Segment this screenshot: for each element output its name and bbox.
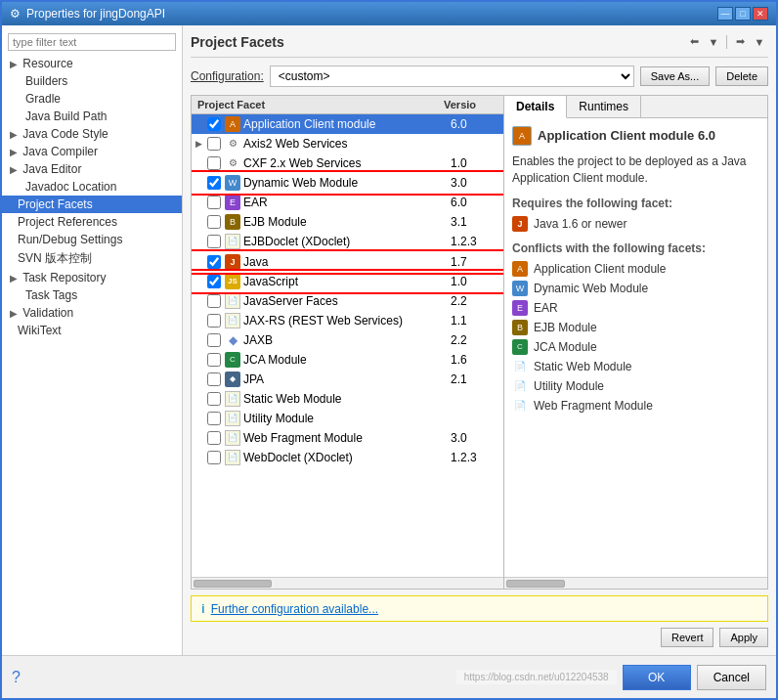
details-conflict-jca: C JCA Module: [512, 337, 759, 357]
facets-list: A Application Client module 6.0 ▶ ⚙ Axis…: [192, 114, 503, 577]
facet-version-ear: 6.0: [451, 196, 499, 209]
facet-row-ear[interactable]: E EAR 6.0: [192, 193, 503, 212]
facet-row-javascript[interactable]: JS JavaScript 1.0: [192, 272, 503, 291]
facet-checkbox-java[interactable]: [207, 255, 221, 269]
tab-details[interactable]: Details: [504, 96, 567, 118]
expand-icon: ▶: [10, 129, 18, 140]
facet-checkbox-jpa[interactable]: [207, 372, 221, 386]
facet-row-dynamic-web[interactable]: W Dynamic Web Module 3.0: [192, 173, 503, 193]
sidebar-item-project-references[interactable]: Project References: [2, 213, 182, 231]
save-as-button[interactable]: Save As...: [640, 66, 711, 86]
close-button[interactable]: ✕: [753, 7, 768, 21]
delete-button[interactable]: Delete: [715, 66, 768, 86]
facet-row-ejbdoclet[interactable]: 📄 EJBDoclet (XDoclet) 1.2.3: [192, 232, 503, 251]
facet-checkbox-jsf[interactable]: [207, 294, 221, 308]
sidebar: ▶ Resource Builders Gradle Java Build Pa…: [2, 25, 183, 655]
sidebar-item-resource[interactable]: ▶ Resource: [2, 55, 182, 72]
facet-checkbox-ejbdoclet[interactable]: [207, 235, 221, 248]
sidebar-item-project-facets[interactable]: Project Facets: [2, 196, 182, 213]
details-conflict-static-web: 📄 Static Web Module: [512, 357, 759, 376]
facet-checkbox-axis2[interactable]: [207, 137, 221, 151]
facet-row-jax-rs[interactable]: 📄 JAX-RS (REST Web Services) 1.1: [192, 311, 503, 330]
back-nav-icon[interactable]: ⬅: [685, 33, 703, 51]
facet-row-webdoclet[interactable]: 📄 WebDoclet (XDoclet) 1.2.3: [192, 448, 503, 467]
details-requires-java: J Java 1.6 or newer: [512, 214, 759, 234]
facets-scrollbar[interactable]: [192, 577, 503, 589]
facet-row-axis2[interactable]: ▶ ⚙ Axis2 Web Services: [192, 134, 503, 153]
facet-checkbox-utility[interactable]: [207, 412, 221, 425]
sidebar-item-javadoc-location[interactable]: Javadoc Location: [2, 178, 182, 196]
apply-button[interactable]: Apply: [719, 628, 768, 647]
facet-checkbox-jax-rs[interactable]: [207, 314, 221, 328]
facet-checkbox-static-web[interactable]: [207, 392, 221, 406]
details-scrollbar-thumb[interactable]: [506, 580, 565, 588]
details-conflict-dynamic-web: W Dynamic Web Module: [512, 279, 759, 298]
facet-row-jca[interactable]: C JCA Module 1.6: [192, 350, 503, 370]
facet-version-webdoclet: 1.2.3: [451, 451, 499, 464]
facet-row-cxf[interactable]: ⚙ CXF 2.x Web Services 1.0: [192, 153, 503, 173]
sidebar-item-svn[interactable]: SVN 版本控制: [2, 248, 182, 269]
maximize-button[interactable]: □: [735, 7, 751, 21]
facet-row-jaxb[interactable]: ◆ JAXB 2.2: [192, 330, 503, 350]
config-select[interactable]: <custom>: [270, 66, 634, 87]
sidebar-item-java-compiler[interactable]: ▶ Java Compiler: [2, 143, 182, 160]
facet-name-jsf: JavaServer Faces: [243, 294, 451, 308]
facet-expand-axis2[interactable]: ▶: [195, 139, 207, 149]
facet-icon-web-fragment: 📄: [225, 430, 240, 446]
facet-row-jsf[interactable]: 📄 JavaServer Faces 2.2: [192, 291, 503, 311]
info-link[interactable]: Further configuration available...: [211, 602, 378, 616]
facet-checkbox-javascript[interactable]: [207, 275, 221, 288]
details-conflict-utility: 📄 Utility Module: [512, 376, 759, 396]
details-description: Enables the project to be deployed as a …: [512, 153, 759, 187]
facet-icon-webdoclet: 📄: [225, 450, 240, 465]
bottom-bar: ? https://blog.csdn.net/u012204538 OK Ca…: [2, 655, 776, 698]
cancel-button[interactable]: Cancel: [697, 665, 766, 690]
scrollbar-thumb[interactable]: [194, 580, 272, 588]
dropdown-nav-icon[interactable]: ▼: [705, 33, 722, 51]
sidebar-item-gradle[interactable]: Gradle: [2, 90, 182, 108]
nav-icons: ⬅ ▼ ➡ ▼: [685, 33, 768, 51]
facet-name-jca: JCA Module: [243, 353, 451, 367]
window-title: Properties for jingDongAPI: [26, 7, 165, 21]
forward-nav-icon[interactable]: ➡: [731, 33, 749, 51]
sidebar-item-run-debug[interactable]: Run/Debug Settings: [2, 231, 182, 248]
facet-checkbox-web-fragment[interactable]: [207, 431, 221, 445]
facet-row-jpa[interactable]: ◆ JPA 2.1: [192, 370, 503, 389]
facet-checkbox-ejb[interactable]: [207, 215, 221, 229]
dropdown2-nav-icon[interactable]: ▼: [751, 33, 768, 51]
facet-checkbox-webdoclet[interactable]: [207, 451, 221, 464]
facet-checkbox-dynamic-web[interactable]: [207, 176, 221, 190]
sidebar-item-wikitext[interactable]: WikiText: [2, 322, 182, 339]
sidebar-item-builders[interactable]: Builders: [2, 72, 182, 90]
facet-row-app-client[interactable]: A Application Client module 6.0: [192, 114, 503, 134]
facet-checkbox-jca[interactable]: [207, 353, 221, 367]
facet-row-web-fragment[interactable]: 📄 Web Fragment Module 3.0: [192, 428, 503, 448]
facet-row-java[interactable]: J Java 1.7: [192, 252, 503, 272]
facet-checkbox-cxf[interactable]: [207, 156, 221, 170]
ok-button[interactable]: OK: [623, 665, 691, 690]
minimize-button[interactable]: —: [717, 7, 733, 21]
revert-button[interactable]: Revert: [661, 628, 713, 647]
facet-icon-cxf: ⚙: [225, 155, 240, 171]
details-scrollbar[interactable]: [504, 577, 767, 589]
facet-checkbox-app-client[interactable]: [207, 117, 221, 131]
facet-row-utility[interactable]: 📄 Utility Module: [192, 409, 503, 428]
sidebar-item-java-editor[interactable]: ▶ Java Editor: [2, 160, 182, 178]
help-icon[interactable]: ?: [12, 669, 21, 686]
details-tabs: Details Runtimes: [504, 96, 767, 118]
facet-row-ejb[interactable]: B EJB Module 3.1: [192, 212, 503, 232]
facet-checkbox-jaxb[interactable]: [207, 333, 221, 347]
sidebar-item-java-build-path[interactable]: Java Build Path: [2, 108, 182, 125]
sidebar-item-validation[interactable]: ▶ Validation: [2, 304, 182, 322]
facet-version-jca: 1.6: [451, 353, 499, 367]
details-content: A Application Client module 6.0 Enables …: [504, 118, 767, 577]
facet-row-static-web[interactable]: 📄 Static Web Module: [192, 389, 503, 409]
window-controls: — □ ✕: [717, 7, 768, 21]
facet-checkbox-ear[interactable]: [207, 196, 221, 209]
tab-runtimes[interactable]: Runtimes: [567, 96, 641, 117]
sidebar-item-task-repository[interactable]: ▶ Task Repository: [2, 269, 182, 286]
sidebar-item-java-code-style[interactable]: ▶ Java Code Style: [2, 125, 182, 143]
sidebar-item-task-tags[interactable]: Task Tags: [2, 286, 182, 304]
filter-input[interactable]: [8, 33, 176, 51]
conflict-static-text: Static Web Module: [534, 360, 632, 373]
